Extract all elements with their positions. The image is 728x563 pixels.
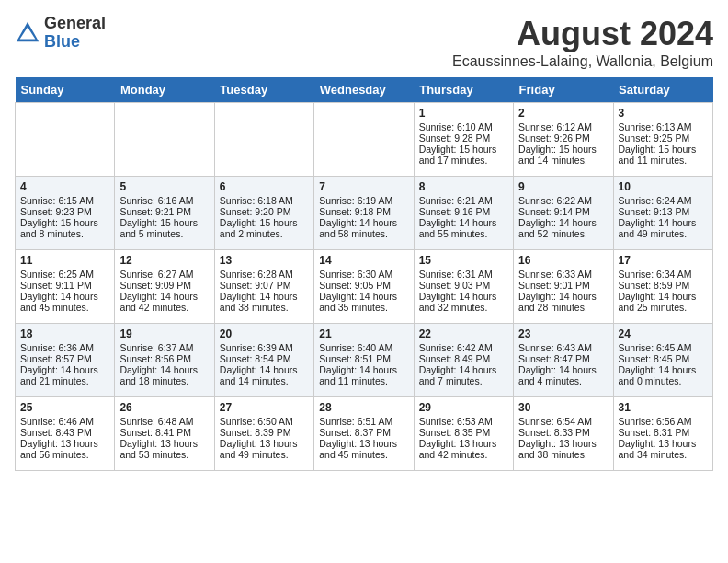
day-info: Sunrise: 6:31 AM — [419, 269, 508, 280]
day-info: Daylight: 14 hours and 58 minutes. — [319, 217, 408, 239]
day-info: Sunset: 9:20 PM — [220, 206, 309, 217]
day-number: 12 — [119, 254, 209, 267]
day-info: Daylight: 13 hours and 45 minutes. — [319, 438, 408, 460]
day-number: 25 — [20, 401, 109, 414]
day-info: Daylight: 14 hours and 18 minutes. — [119, 364, 209, 386]
day-info: Sunset: 8:54 PM — [220, 353, 309, 364]
day-number: 20 — [220, 327, 309, 340]
table-row: 9Sunrise: 6:22 AMSunset: 9:14 PMDaylight… — [514, 177, 613, 250]
col-tuesday: Tuesday — [214, 77, 313, 103]
table-row: 13Sunrise: 6:28 AMSunset: 9:07 PMDayligh… — [214, 250, 313, 324]
table-row: 24Sunrise: 6:45 AMSunset: 8:45 PMDayligh… — [613, 324, 712, 397]
table-row: 20Sunrise: 6:39 AMSunset: 8:54 PMDayligh… — [214, 324, 313, 397]
day-info: Daylight: 14 hours and 42 minutes. — [119, 291, 209, 313]
day-number: 5 — [119, 180, 209, 193]
day-info: Daylight: 14 hours and 38 minutes. — [220, 291, 309, 313]
day-info: Daylight: 15 hours and 11 minutes. — [619, 144, 708, 166]
day-info: Sunrise: 6:54 AM — [518, 416, 608, 427]
day-number: 14 — [319, 254, 408, 267]
day-info: Daylight: 15 hours and 14 minutes. — [518, 144, 608, 166]
logo-blue: Blue — [44, 33, 106, 52]
day-info: Sunset: 9:26 PM — [518, 132, 608, 144]
day-info: Sunrise: 6:56 AM — [619, 416, 708, 427]
day-info: Sunrise: 6:25 AM — [20, 269, 109, 280]
col-friday: Friday — [514, 77, 613, 103]
day-info: Sunrise: 6:10 AM — [419, 121, 508, 132]
table-row: 31Sunrise: 6:56 AMSunset: 8:31 PMDayligh… — [613, 397, 712, 471]
day-info: Sunset: 8:39 PM — [220, 427, 309, 438]
table-row: 30Sunrise: 6:54 AMSunset: 8:33 PMDayligh… — [514, 397, 613, 471]
table-row: 23Sunrise: 6:43 AMSunset: 8:47 PMDayligh… — [514, 324, 613, 397]
day-info: Sunrise: 6:53 AM — [419, 416, 508, 427]
day-number: 15 — [419, 254, 508, 267]
day-info: Sunset: 8:56 PM — [119, 353, 209, 364]
day-number: 17 — [619, 254, 708, 267]
day-info: Sunset: 8:43 PM — [20, 427, 109, 438]
col-sunday: Sunday — [16, 77, 115, 103]
day-info: Daylight: 14 hours and 32 minutes. — [419, 291, 508, 313]
day-info: Sunrise: 6:46 AM — [20, 416, 109, 427]
day-number: 18 — [20, 327, 109, 340]
day-info: Sunset: 9:07 PM — [220, 280, 309, 291]
day-info: Sunset: 9:11 PM — [20, 280, 109, 291]
day-info: Daylight: 13 hours and 38 minutes. — [518, 438, 608, 460]
day-info: Daylight: 14 hours and 28 minutes. — [518, 291, 608, 313]
day-info: Sunset: 8:31 PM — [619, 427, 708, 438]
table-row — [214, 103, 313, 177]
day-number: 30 — [518, 401, 608, 414]
table-row: 14Sunrise: 6:30 AMSunset: 9:05 PMDayligh… — [314, 250, 414, 324]
day-info: Sunrise: 6:13 AM — [619, 121, 708, 132]
day-info: Daylight: 15 hours and 17 minutes. — [419, 144, 508, 166]
day-info: Daylight: 14 hours and 14 minutes. — [220, 364, 309, 386]
day-info: Daylight: 14 hours and 52 minutes. — [518, 217, 608, 239]
day-info: Daylight: 15 hours and 2 minutes. — [220, 217, 309, 239]
day-info: Sunrise: 6:18 AM — [220, 195, 309, 206]
day-number: 1 — [419, 107, 508, 120]
table-row: 4Sunrise: 6:15 AMSunset: 9:23 PMDaylight… — [16, 177, 115, 250]
day-info: Sunrise: 6:50 AM — [220, 416, 309, 427]
day-number: 31 — [619, 401, 708, 414]
day-info: Sunset: 9:28 PM — [419, 132, 508, 144]
day-number: 6 — [220, 180, 309, 193]
day-number: 9 — [518, 180, 608, 193]
table-row: 8Sunrise: 6:21 AMSunset: 9:16 PMDaylight… — [414, 177, 513, 250]
day-info: Daylight: 13 hours and 34 minutes. — [619, 438, 708, 460]
day-info: Daylight: 14 hours and 49 minutes. — [619, 217, 708, 239]
day-info: Sunset: 9:16 PM — [419, 206, 508, 217]
day-info: Sunset: 9:25 PM — [619, 132, 708, 144]
logo-icon — [15, 20, 40, 46]
day-info: Daylight: 14 hours and 55 minutes. — [419, 217, 508, 239]
day-info: Sunrise: 6:15 AM — [20, 195, 109, 206]
day-info: Daylight: 15 hours and 5 minutes. — [119, 217, 209, 239]
table-row — [16, 103, 115, 177]
table-row: 22Sunrise: 6:42 AMSunset: 8:49 PMDayligh… — [414, 324, 513, 397]
day-info: Daylight: 13 hours and 42 minutes. — [419, 438, 508, 460]
table-row: 21Sunrise: 6:40 AMSunset: 8:51 PMDayligh… — [314, 324, 414, 397]
day-info: Sunset: 8:47 PM — [518, 353, 608, 364]
day-number: 16 — [518, 254, 608, 267]
table-row: 25Sunrise: 6:46 AMSunset: 8:43 PMDayligh… — [16, 397, 115, 471]
table-row: 11Sunrise: 6:25 AMSunset: 9:11 PMDayligh… — [16, 250, 115, 324]
col-thursday: Thursday — [414, 77, 513, 103]
calendar-table: Sunday Monday Tuesday Wednesday Thursday… — [15, 77, 713, 471]
table-row: 15Sunrise: 6:31 AMSunset: 9:03 PMDayligh… — [414, 250, 513, 324]
table-row: 2Sunrise: 6:12 AMSunset: 9:26 PMDaylight… — [514, 103, 613, 177]
day-info: Sunrise: 6:34 AM — [619, 269, 708, 280]
day-number: 23 — [518, 327, 608, 340]
day-info: Sunrise: 6:12 AM — [518, 121, 608, 132]
day-number: 19 — [119, 327, 209, 340]
day-info: Sunrise: 6:33 AM — [518, 269, 608, 280]
day-info: Sunrise: 6:24 AM — [619, 195, 708, 206]
day-info: Sunrise: 6:43 AM — [518, 342, 608, 353]
table-row: 3Sunrise: 6:13 AMSunset: 9:25 PMDaylight… — [613, 103, 712, 177]
calendar-header: Sunday Monday Tuesday Wednesday Thursday… — [16, 77, 713, 103]
col-saturday: Saturday — [613, 77, 712, 103]
table-row: 18Sunrise: 6:36 AMSunset: 8:57 PMDayligh… — [16, 324, 115, 397]
day-info: Sunrise: 6:19 AM — [319, 195, 408, 206]
day-info: Sunrise: 6:28 AM — [220, 269, 309, 280]
day-info: Sunset: 9:05 PM — [319, 280, 408, 291]
day-info: Sunrise: 6:27 AM — [119, 269, 209, 280]
table-row: 10Sunrise: 6:24 AMSunset: 9:13 PMDayligh… — [613, 177, 712, 250]
logo: General Blue — [15, 15, 106, 52]
day-number: 11 — [20, 254, 109, 267]
